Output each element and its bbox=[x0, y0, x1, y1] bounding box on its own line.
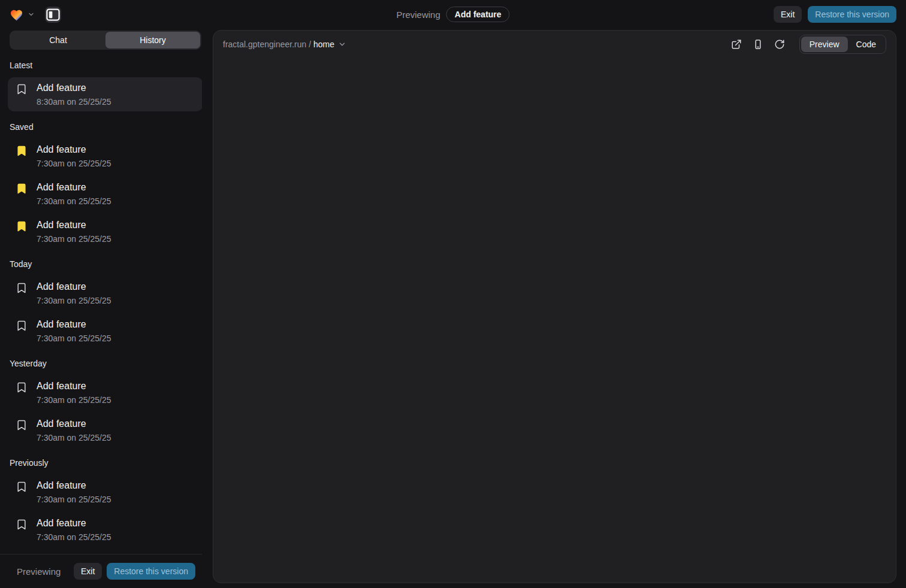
bookmark-filled-icon bbox=[16, 220, 28, 232]
history-item-timestamp: 7:30am on 25/25/25 bbox=[37, 334, 111, 343]
history-item-timestamp: 7:30am on 25/25/25 bbox=[37, 433, 111, 442]
topbar: Previewing Add feature Exit Restore this… bbox=[0, 0, 906, 29]
history-item-timestamp: 7:30am on 25/25/25 bbox=[37, 395, 111, 405]
history-item[interactable]: Add feature8:30am on 25/25/25 bbox=[8, 77, 202, 111]
preview-panel: fractal.gptengineer.run / home bbox=[213, 30, 896, 583]
section-title: Latest bbox=[10, 60, 192, 70]
restore-version-button[interactable]: Restore this version bbox=[808, 6, 896, 23]
history-item-text: Add feature7:30am on 25/25/25 bbox=[37, 480, 111, 504]
preview-header: fractal.gptengineer.run / home bbox=[213, 31, 896, 58]
history-item[interactable]: Add feature7:30am on 25/25/25 bbox=[8, 139, 202, 173]
history-item[interactable]: Add feature7:30am on 25/25/25 bbox=[8, 276, 202, 310]
tab-history[interactable]: History bbox=[105, 32, 200, 49]
history-item-title: Add feature bbox=[37, 319, 111, 331]
history-item-timestamp: 7:30am on 25/25/25 bbox=[37, 532, 111, 542]
history-item-title: Add feature bbox=[37, 380, 111, 392]
history-item[interactable]: Add feature7:30am on 25/25/25 bbox=[8, 177, 202, 211]
history-item-title: Add feature bbox=[37, 144, 111, 156]
history-item-timestamp: 7:30am on 25/25/25 bbox=[37, 159, 111, 168]
section-title: Today bbox=[10, 259, 192, 269]
history-section: YesterdayAdd feature7:30am on 25/25/25Ad… bbox=[0, 359, 202, 447]
preview-content bbox=[213, 58, 896, 583]
history-item-title: Add feature bbox=[37, 418, 111, 430]
bookmark-icon bbox=[16, 282, 28, 294]
history-item-text: Add feature7:30am on 25/25/25 bbox=[37, 517, 111, 542]
tab-chat[interactable]: Chat bbox=[11, 32, 105, 49]
refresh-icon[interactable] bbox=[774, 39, 785, 50]
history-item-text: Add feature7:30am on 25/25/25 bbox=[37, 219, 111, 244]
bookmark-icon bbox=[16, 481, 28, 493]
history-sidebar: Chat History LatestAdd feature8:30am on … bbox=[0, 29, 202, 588]
history-section: LatestAdd feature8:30am on 25/25/25 bbox=[0, 60, 202, 111]
history-item-text: Add feature7:30am on 25/25/25 bbox=[37, 319, 111, 343]
history-item[interactable]: Add feature7:30am on 25/25/25 bbox=[8, 214, 202, 248]
history-item-timestamp: 7:30am on 25/25/25 bbox=[37, 234, 111, 244]
url-prefix: fractal.gptengineer.run / bbox=[223, 40, 313, 49]
previewing-status-label: Previewing bbox=[396, 10, 440, 20]
bookmark-icon bbox=[16, 83, 28, 95]
section-title: Saved bbox=[10, 122, 192, 132]
history-item[interactable]: Add feature7:30am on 25/25/25 bbox=[8, 314, 202, 348]
history-item-title: Add feature bbox=[37, 219, 111, 231]
sidebar-footer: Previewing Exit Restore this version bbox=[0, 554, 202, 588]
history-item-timestamp: 8:30am on 25/25/25 bbox=[37, 97, 111, 107]
history-item-text: Add feature7:30am on 25/25/25 bbox=[37, 380, 111, 405]
section-title: Yesterday bbox=[10, 359, 192, 368]
previewing-status-label: Previewing bbox=[17, 566, 61, 577]
sidebar-tabs: Chat History bbox=[10, 31, 201, 50]
history-section: TodayAdd feature7:30am on 25/25/25Add fe… bbox=[0, 259, 202, 348]
restore-version-button[interactable]: Restore this version bbox=[107, 563, 195, 580]
history-item[interactable]: Add feature7:30am on 25/25/25 bbox=[8, 513, 202, 547]
history-item[interactable]: Add feature7:30am on 25/25/25 bbox=[8, 375, 202, 410]
history-item[interactable]: Add feature7:30am on 25/25/25 bbox=[8, 475, 202, 509]
history-list: LatestAdd feature8:30am on 25/25/25Saved… bbox=[0, 50, 202, 554]
history-item-text: Add feature7:30am on 25/25/25 bbox=[37, 418, 111, 442]
history-item-title: Add feature bbox=[37, 82, 111, 94]
bookmark-icon bbox=[16, 519, 28, 531]
toggle-preview[interactable]: Preview bbox=[801, 37, 848, 52]
history-item-text: Add feature8:30am on 25/25/25 bbox=[37, 82, 111, 107]
history-section: SavedAdd feature7:30am on 25/25/25Add fe… bbox=[0, 122, 202, 248]
url-dropdown[interactable]: fractal.gptengineer.run / home bbox=[223, 40, 346, 49]
chevron-down-icon bbox=[338, 40, 346, 49]
version-name-pill[interactable]: Add feature bbox=[446, 7, 510, 22]
history-item-text: Add feature7:30am on 25/25/25 bbox=[37, 144, 111, 168]
chevron-down-icon[interactable] bbox=[28, 11, 35, 18]
history-item-title: Add feature bbox=[37, 480, 111, 492]
history-item-text: Add feature7:30am on 25/25/25 bbox=[37, 281, 111, 305]
history-item-title: Add feature bbox=[37, 517, 111, 529]
url-page: home bbox=[313, 40, 334, 49]
exit-button[interactable]: Exit bbox=[74, 563, 102, 580]
bookmark-filled-icon bbox=[16, 145, 28, 157]
history-item-title: Add feature bbox=[37, 181, 111, 193]
bookmark-icon bbox=[16, 419, 28, 431]
toggle-sidebar-button[interactable] bbox=[45, 7, 61, 23]
mobile-view-icon[interactable] bbox=[753, 39, 763, 50]
history-section: PreviouslyAdd feature7:30am on 25/25/25A… bbox=[0, 458, 202, 547]
toggle-code[interactable]: Code bbox=[848, 37, 884, 52]
lovable-heart-logo[interactable] bbox=[10, 8, 23, 21]
bookmark-filled-icon bbox=[16, 183, 28, 195]
history-item-timestamp: 7:30am on 25/25/25 bbox=[37, 296, 111, 305]
open-in-new-tab-icon[interactable] bbox=[731, 39, 742, 50]
section-title: Previously bbox=[10, 458, 192, 468]
bookmark-icon bbox=[16, 320, 28, 332]
history-item-text: Add feature7:30am on 25/25/25 bbox=[37, 181, 111, 206]
history-item-title: Add feature bbox=[37, 281, 111, 293]
exit-button[interactable]: Exit bbox=[774, 6, 802, 23]
preview-code-toggle: Preview Code bbox=[799, 35, 886, 54]
bookmark-icon bbox=[16, 381, 28, 393]
history-item-timestamp: 7:30am on 25/25/25 bbox=[37, 495, 111, 504]
history-item[interactable]: Add feature7:30am on 25/25/25 bbox=[8, 413, 202, 447]
history-item-timestamp: 7:30am on 25/25/25 bbox=[37, 196, 111, 206]
